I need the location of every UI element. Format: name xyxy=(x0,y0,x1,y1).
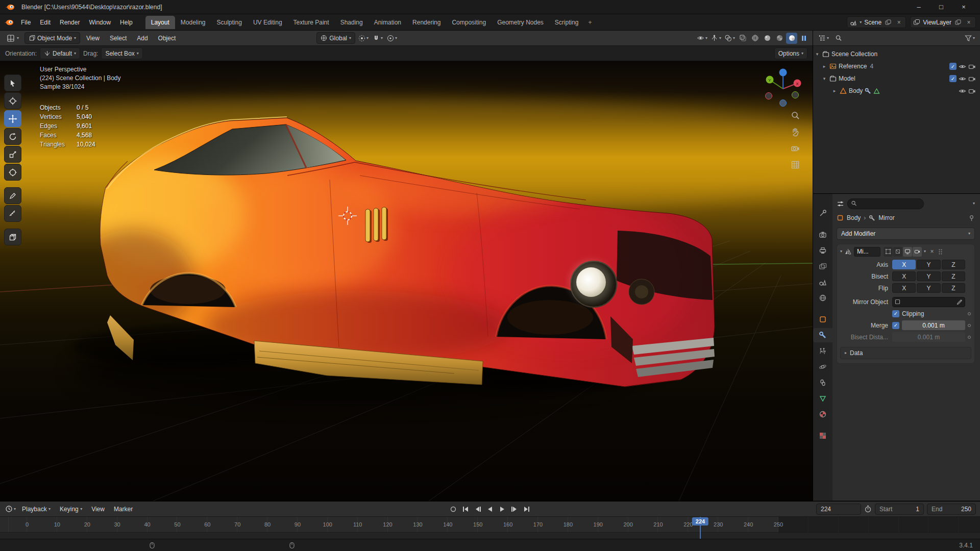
model-render-camera-icon[interactable] xyxy=(968,75,976,83)
unlink-scene-button[interactable]: × xyxy=(895,18,903,27)
prev-keyframe-button[interactable] xyxy=(472,504,483,515)
frame-end-field[interactable]: End 250 xyxy=(927,504,976,515)
tab-uv-editing[interactable]: UV Editing xyxy=(248,16,288,29)
gizmo-minus-z-axis[interactable] xyxy=(780,100,787,107)
transform-tool[interactable] xyxy=(4,164,21,181)
menu-help[interactable]: Help xyxy=(115,17,137,28)
outliner-editor-type-button[interactable]: ▾ xyxy=(817,33,830,44)
merge-threshold-slider[interactable]: 0.001 m xyxy=(902,320,965,330)
mirror-object-field[interactable] xyxy=(892,297,965,307)
scene-selector[interactable]: ▾ Scene × xyxy=(847,16,906,28)
new-viewlayer-button[interactable] xyxy=(954,18,962,27)
tab-compositing[interactable]: Compositing xyxy=(446,16,492,29)
tab-modifiers[interactable] xyxy=(813,328,832,342)
breadcrumb-object[interactable]: Body xyxy=(847,214,861,221)
gizmos-toggle-button[interactable]: ▾ xyxy=(709,33,722,44)
tab-tool[interactable] xyxy=(813,206,832,220)
outliner-row-reference[interactable]: ▸ Reference 4 ✓ xyxy=(814,60,979,72)
tab-constraints[interactable] xyxy=(813,375,832,390)
menu-object[interactable]: Object xyxy=(154,32,180,44)
timeline-track-area[interactable] xyxy=(0,532,980,539)
tab-texture-paint[interactable]: Texture Paint xyxy=(288,16,335,29)
overlays-toggle-button[interactable]: ▾ xyxy=(723,33,736,44)
snapping-button[interactable]: ▾ xyxy=(372,33,384,44)
stopwatch-icon[interactable] xyxy=(864,505,872,513)
merge-checkbox[interactable]: ✓ xyxy=(892,322,899,329)
drag-handle-icon[interactable] xyxy=(938,248,943,255)
outliner-row-body[interactable]: ▸ Body xyxy=(814,85,979,97)
viewlayer-selector[interactable]: ViewLayer × xyxy=(910,16,976,28)
rotate-tool[interactable] xyxy=(4,128,21,145)
toggle-perspective-icon[interactable] xyxy=(789,159,801,170)
shading-material-button[interactable] xyxy=(774,33,785,44)
menu-keying[interactable]: Keying ▾ xyxy=(56,503,86,515)
minimize-button[interactable]: – xyxy=(908,0,930,14)
tab-particles[interactable] xyxy=(813,344,832,358)
pivot-point-button[interactable]: ▾ xyxy=(357,33,370,44)
xray-toggle-button[interactable] xyxy=(737,33,748,44)
breadcrumb-modifier[interactable]: Mirror xyxy=(878,214,894,221)
menu-window[interactable]: Window xyxy=(84,17,115,28)
menu-timeline-view[interactable]: View xyxy=(87,503,109,515)
bisect-z-button[interactable]: Z xyxy=(942,271,965,281)
current-frame-field[interactable]: 224 xyxy=(816,504,861,515)
properties-search-input[interactable] xyxy=(847,198,924,209)
tab-shading[interactable]: Shading xyxy=(335,16,369,29)
playhead-frame-badge[interactable]: 224 xyxy=(692,517,708,525)
next-keyframe-button[interactable] xyxy=(509,504,520,515)
toggle-realtime-display[interactable] xyxy=(903,247,912,257)
camera-view-icon[interactable] xyxy=(789,143,801,154)
properties-options-caret[interactable]: ▾ xyxy=(973,202,975,206)
shading-wireframe-button[interactable] xyxy=(749,33,761,44)
mode-dropdown[interactable]: Object Mode ▾ xyxy=(24,32,80,44)
options-dropdown[interactable]: Options ▾ xyxy=(774,47,807,59)
tab-world[interactable] xyxy=(813,291,832,305)
tab-rendering[interactable]: Rendering xyxy=(407,16,446,29)
reference-hide-eye-icon[interactable] xyxy=(959,63,966,70)
play-reverse-button[interactable] xyxy=(484,504,496,515)
gizmo-minus-y-axis[interactable] xyxy=(792,92,799,98)
body-render-camera-icon[interactable] xyxy=(968,87,976,95)
tab-material[interactable] xyxy=(813,407,832,421)
editor-type-button[interactable]: ▾ xyxy=(3,32,22,44)
menu-edit[interactable]: Edit xyxy=(35,17,55,28)
scale-tool[interactable] xyxy=(4,146,21,163)
data-subpanel-header[interactable]: ▸ Data xyxy=(840,347,971,359)
modifier-close-button[interactable]: × xyxy=(928,247,936,256)
clipping-decorator[interactable] xyxy=(968,312,971,315)
tab-physics[interactable] xyxy=(813,360,832,374)
flip-y-button[interactable]: Y xyxy=(917,283,940,293)
outliner-row-model[interactable]: ▾ Model ✓ xyxy=(814,72,979,85)
bisect-distance-decorator[interactable] xyxy=(968,336,971,339)
flip-x-button[interactable]: X xyxy=(892,283,916,293)
tab-layout[interactable]: Layout xyxy=(145,16,175,29)
menu-render[interactable]: Render xyxy=(55,17,84,28)
body-hide-eye-icon[interactable] xyxy=(959,87,966,95)
toggle-on-cage[interactable] xyxy=(884,247,893,257)
axis-y-button[interactable]: Y xyxy=(917,260,940,269)
bisect-x-button[interactable]: X xyxy=(892,271,916,281)
tab-texture[interactable] xyxy=(813,429,832,443)
menu-playback[interactable]: Playback ▾ xyxy=(18,503,55,515)
app-menu-icon[interactable] xyxy=(4,18,14,27)
tab-scripting[interactable]: Scripting xyxy=(549,16,584,29)
maximize-button[interactable]: □ xyxy=(930,0,952,14)
toggle-render-display[interactable] xyxy=(913,247,922,257)
shading-solid-button[interactable] xyxy=(762,33,773,44)
outliner-filter-button[interactable]: ▾ xyxy=(964,33,976,44)
menu-marker[interactable]: Marker xyxy=(110,503,137,515)
jump-to-end-button[interactable] xyxy=(521,504,532,515)
drag-setting-dropdown[interactable]: Select Box ▾ xyxy=(101,47,142,59)
gizmo-minus-x-axis[interactable] xyxy=(766,93,772,99)
reference-render-camera-icon[interactable] xyxy=(968,63,976,70)
viewport-canvas[interactable] xyxy=(0,61,813,501)
merge-decorator[interactable] xyxy=(968,324,971,327)
remove-viewlayer-button[interactable]: × xyxy=(965,18,973,27)
axis-z-button[interactable]: Z xyxy=(942,260,965,269)
tab-render[interactable] xyxy=(813,228,832,242)
toggle-edit-mode[interactable] xyxy=(893,247,902,257)
frame-start-field[interactable]: Start 1 xyxy=(875,504,924,515)
modifier-extras-caret[interactable]: ▾ xyxy=(924,249,926,254)
object-type-visibility-button[interactable]: ▾ xyxy=(696,33,708,44)
tab-geometry-nodes[interactable]: Geometry Nodes xyxy=(492,16,549,29)
